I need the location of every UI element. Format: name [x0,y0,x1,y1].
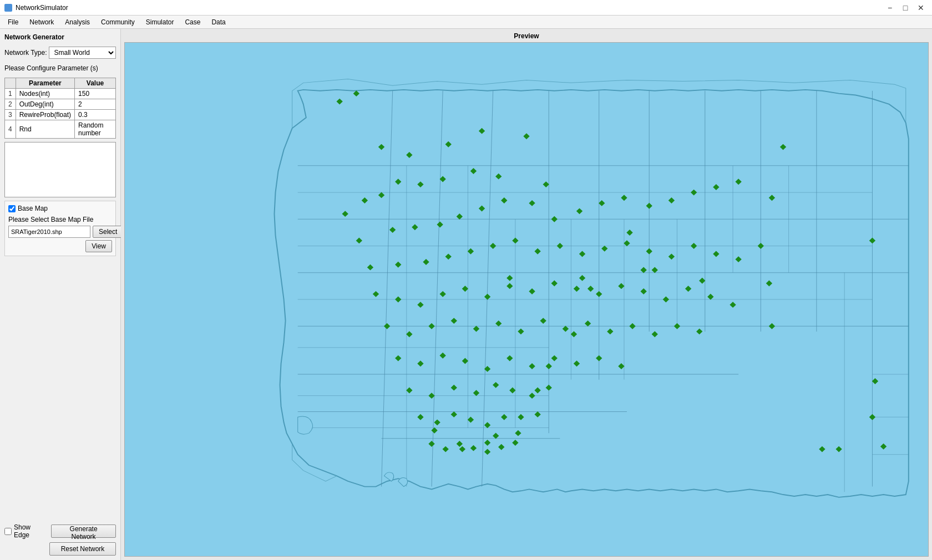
view-button[interactable]: View [85,240,112,252]
param-row-num: 3 [5,110,16,120]
network-type-select[interactable]: Small World Barabasi-Albert Erdos-Renyi … [49,47,116,59]
menu-data[interactable]: Data [206,17,231,27]
param-name: Rnd [16,120,74,139]
param-row-num: 2 [5,99,16,110]
param-table-row: 3 RewireProb(float) 0.3 [5,110,116,120]
param-name: OutDeg(int) [16,99,74,110]
window-controls: − □ ✕ [883,3,928,13]
app-title: NetworkSimulator [16,4,68,12]
bottom-controls: Show Edge Generate Network Reset Network [4,523,116,556]
map-svg [125,43,928,556]
preview-label: Preview [124,32,929,40]
param-value[interactable]: 2 [75,99,116,110]
basemap-select-label: Please Select Base Map File [8,216,112,223]
preview-canvas [124,42,929,557]
menu-file[interactable]: File [2,17,24,27]
menu-analysis[interactable]: Analysis [59,17,95,27]
view-btn-row: View [8,240,112,252]
close-button[interactable]: ✕ [914,3,928,13]
menu-simulator[interactable]: Simulator [140,17,180,27]
param-table-row: 4 Rnd Random number [5,120,116,139]
minimize-button[interactable]: − [883,3,896,13]
app-icon [4,4,12,12]
generate-network-button[interactable]: Generate Network [51,525,116,538]
menu-community[interactable]: Community [95,17,140,27]
left-panel: Network Generator Network Type: Small Wo… [0,29,121,560]
param-table-row: 2 OutDeg(int) 2 [5,99,116,110]
network-type-label: Network Type: [4,49,47,57]
right-panel: Preview [121,29,932,560]
param-table: Parameter Value 1 Nodes(int) 150 2 OutDe… [4,78,116,139]
param-table-row: 1 Nodes(int) 150 [5,89,116,99]
menu-case[interactable]: Case [179,17,206,27]
param-extra-area [4,142,116,197]
menu-network[interactable]: Network [24,17,59,27]
col-param: Parameter [16,78,74,89]
param-row-num: 4 [5,120,16,139]
param-name: Nodes(int) [16,89,74,99]
basemap-label[interactable]: Base Map [18,205,48,212]
maximize-button[interactable]: □ [899,3,912,13]
col-num [5,78,16,89]
show-edge-label[interactable]: Show Edge [14,523,47,539]
network-type-row: Network Type: Small World Barabasi-Alber… [4,47,116,59]
param-row-num: 1 [5,89,16,99]
param-name: RewireProb(float) [16,110,74,120]
select-button[interactable]: Select [93,226,123,238]
param-value[interactable]: Random number [75,120,116,139]
basemap-checkbox[interactable] [8,205,16,212]
show-edge-row: Show Edge Generate Network [4,523,116,539]
network-generator-title: Network Generator [4,33,116,41]
basemap-file-input[interactable] [8,226,90,238]
param-value[interactable]: 0.3 [75,110,116,120]
param-section-label: Please Configure Parameter (s) [4,64,116,72]
main-layout: Network Generator Network Type: Small Wo… [0,29,932,560]
show-edge-checkbox[interactable] [4,528,12,535]
param-value[interactable]: 150 [75,89,116,99]
basemap-checkbox-row: Base Map [8,205,112,212]
basemap-file-row: Select [8,226,112,238]
reset-network-button[interactable]: Reset Network [49,542,116,556]
basemap-group: Base Map Please Select Base Map File Sel… [4,201,116,256]
menu-bar: File Network Analysis Community Simulato… [0,16,932,29]
col-value: Value [75,78,116,89]
title-bar: NetworkSimulator − □ ✕ [0,0,932,16]
